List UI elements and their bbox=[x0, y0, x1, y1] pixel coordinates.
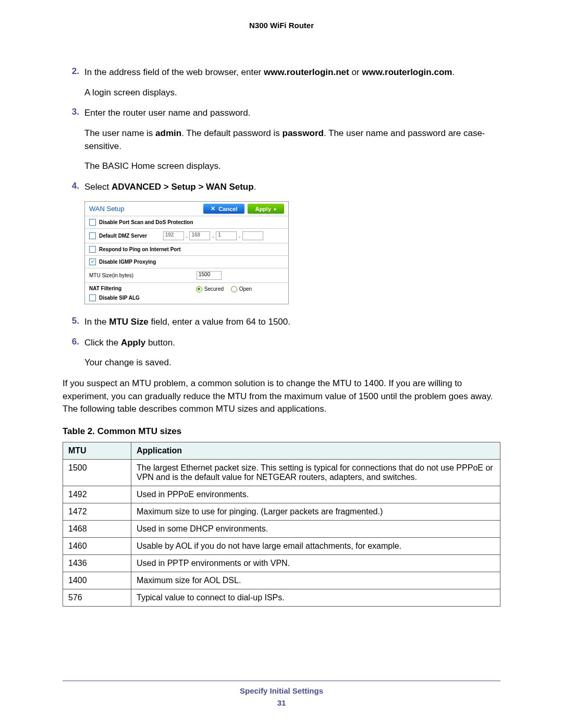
step-5: 5. In the MTU Size field, enter a value … bbox=[63, 316, 500, 329]
step-4: 4. Select ADVANCED > Setup > WAN Setup. bbox=[63, 181, 500, 194]
table-caption: Table 2. Common MTU sizes bbox=[63, 426, 500, 437]
step-3: 3. Enter the router user name and passwo… bbox=[63, 107, 500, 173]
label-secured: Secured bbox=[204, 286, 224, 292]
wan-title: WAN Setup bbox=[89, 205, 124, 213]
checkbox-igmp[interactable]: ✓ bbox=[89, 258, 96, 265]
label-igmp: Disable IGMP Proxying bbox=[99, 259, 156, 265]
mtu-size-input[interactable]: 1500 bbox=[197, 271, 222, 280]
label-ping: Respond to Ping on Internet Port bbox=[99, 246, 181, 252]
mtu-cell: 1436 bbox=[63, 554, 131, 572]
step-3-line-3: The BASIC Home screen displays. bbox=[84, 160, 500, 173]
col-application: Application bbox=[131, 442, 500, 459]
application-cell: The largest Ethernet packet size. This s… bbox=[131, 459, 500, 486]
row-nat: NAT Filtering Secured Open Disable SIP A… bbox=[85, 282, 288, 304]
application-cell: Used in PPPoE environments. bbox=[131, 486, 500, 503]
table-row: 1472Maximum size to use for pinging. (La… bbox=[63, 503, 500, 520]
step-6: 6. Click the Apply button. Your change i… bbox=[63, 337, 500, 369]
step-number: 2. bbox=[63, 66, 84, 99]
checkbox-ping[interactable] bbox=[89, 246, 96, 253]
mtu-cell: 1460 bbox=[63, 537, 131, 554]
step-3-line-1: Enter the router user name and password. bbox=[84, 107, 500, 120]
application-cell: Typical value to connect to dial-up ISPs… bbox=[131, 589, 500, 606]
checkbox-sip[interactable] bbox=[89, 294, 96, 301]
footer-page-number: 31 bbox=[63, 698, 500, 707]
radio-open[interactable] bbox=[231, 286, 237, 292]
row-dmz: Default DMZ Server 192. 168. 1. bbox=[85, 228, 288, 243]
checkbox-dmz[interactable] bbox=[89, 232, 96, 239]
table-row: 576Typical value to connect to dial-up I… bbox=[63, 589, 500, 606]
step-5-line-1: In the MTU Size field, enter a value fro… bbox=[84, 316, 500, 329]
step-number: 3. bbox=[63, 107, 84, 173]
mtu-table: MTU Application 1500The largest Ethernet… bbox=[63, 442, 500, 607]
application-cell: Usable by AOL if you do not have large e… bbox=[131, 537, 500, 554]
row-mtu: MTU Size(in bytes) 1500 bbox=[85, 268, 288, 282]
cancel-button[interactable]: ✕ Cancel bbox=[203, 204, 244, 214]
row-ping: Respond to Ping on Internet Port bbox=[85, 243, 288, 255]
dmz-ip-2[interactable]: 168 bbox=[189, 231, 210, 240]
radio-secured[interactable] bbox=[196, 286, 202, 292]
footer-section: Specify Initial Settings bbox=[63, 686, 500, 695]
label-nat: NAT Filtering bbox=[89, 286, 121, 291]
label-sip: Disable SIP ALG bbox=[99, 295, 140, 301]
page-footer: Specify Initial Settings 31 bbox=[63, 681, 500, 707]
label-dmz: Default DMZ Server bbox=[99, 233, 147, 239]
label-open: Open bbox=[239, 286, 252, 292]
cancel-label: Cancel bbox=[218, 206, 237, 212]
label-portscan: Disable Port Scan and DoS Protection bbox=[99, 219, 193, 225]
mtu-cell: 1472 bbox=[63, 503, 131, 520]
step-2: 2. In the address field of the web brows… bbox=[63, 66, 500, 99]
chevron-right-icon: ▸ bbox=[274, 206, 277, 212]
dmz-ip-1[interactable]: 192 bbox=[163, 231, 184, 240]
page-header: N300 WiFi Router bbox=[63, 21, 500, 30]
step-2-line-2: A login screen displays. bbox=[84, 87, 500, 100]
checkbox-portscan[interactable] bbox=[89, 219, 96, 226]
mtu-cell: 1500 bbox=[63, 459, 131, 486]
close-icon: ✕ bbox=[211, 205, 215, 212]
apply-button[interactable]: Apply ▸ bbox=[248, 204, 284, 214]
step-number: 4. bbox=[63, 181, 84, 194]
mtu-cell: 1400 bbox=[63, 572, 131, 589]
step-4-line-1: Select ADVANCED > Setup > WAN Setup. bbox=[84, 181, 500, 194]
application-cell: Used in some DHCP environments. bbox=[131, 520, 500, 537]
step-number: 6. bbox=[63, 337, 84, 369]
dmz-ip-3[interactable]: 1 bbox=[216, 231, 237, 240]
label-mtu: MTU Size(in bytes) bbox=[89, 273, 133, 278]
apply-label: Apply bbox=[255, 206, 271, 212]
table-row: 1400Maximum size for AOL DSL. bbox=[63, 572, 500, 589]
mtu-cell: 1468 bbox=[63, 520, 131, 537]
table-row: 1492Used in PPPoE environments. bbox=[63, 486, 500, 503]
table-row: 1500The largest Ethernet packet size. Th… bbox=[63, 459, 500, 486]
step-3-line-2: The user name is admin. The default pass… bbox=[84, 127, 500, 153]
application-cell: Maximum size to use for pinging. (Larger… bbox=[131, 503, 500, 520]
col-mtu: MTU bbox=[63, 442, 131, 459]
table-row: 1460Usable by AOL if you do not have lar… bbox=[63, 537, 500, 554]
step-2-line-1: In the address field of the web browser,… bbox=[84, 66, 500, 79]
mtu-cell: 576 bbox=[63, 589, 131, 606]
application-cell: Maximum size for AOL DSL. bbox=[131, 572, 500, 589]
mtu-explanation: If you suspect an MTU problem, a common … bbox=[63, 377, 500, 416]
step-6-line-1: Click the Apply button. bbox=[84, 337, 500, 350]
step-6-line-2: Your change is saved. bbox=[84, 356, 500, 369]
wan-setup-panel: WAN Setup ✕ Cancel Apply ▸ Disable Port … bbox=[84, 201, 289, 304]
table-row: 1468Used in some DHCP environments. bbox=[63, 520, 500, 537]
step-number: 5. bbox=[63, 316, 84, 329]
mtu-cell: 1492 bbox=[63, 486, 131, 503]
row-igmp: ✓ Disable IGMP Proxying bbox=[85, 255, 288, 268]
dmz-ip-4[interactable] bbox=[242, 231, 263, 240]
table-row: 1436Used in PPTP environments or with VP… bbox=[63, 554, 500, 572]
application-cell: Used in PPTP environments or with VPN. bbox=[131, 554, 500, 572]
row-portscan: Disable Port Scan and DoS Protection bbox=[85, 216, 288, 228]
